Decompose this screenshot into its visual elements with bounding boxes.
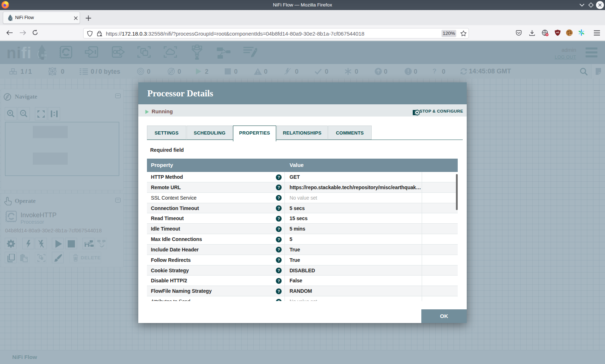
svg-text:uO: uO <box>556 31 559 33</box>
